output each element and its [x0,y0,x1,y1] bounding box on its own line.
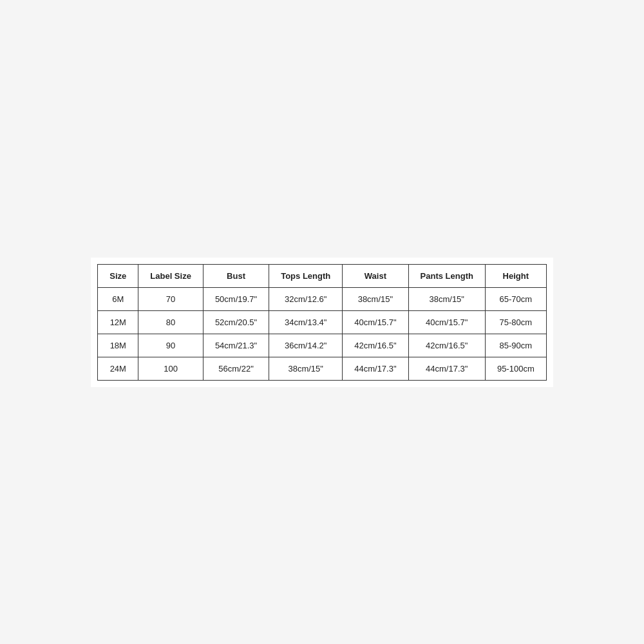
cell-size: 6M [98,287,138,310]
cell-bust: 50cm/19.7" [203,287,269,310]
size-chart-table: Size Label Size Bust Tops Length Waist P… [97,264,546,381]
cell-waist: 38cm/15" [343,287,408,310]
col-header-bust: Bust [203,264,269,287]
table-header-row: Size Label Size Bust Tops Length Waist P… [98,264,546,287]
col-header-pants-length: Pants Length [408,264,485,287]
cell-label_size: 70 [138,287,204,310]
cell-label_size: 90 [138,334,204,357]
cell-pants_length: 38cm/15" [408,287,485,310]
cell-height: 95-100cm [485,357,546,380]
cell-size: 12M [98,310,138,334]
cell-pants_length: 44cm/17.3" [408,357,485,380]
table-row: 12M8052cm/20.5"34cm/13.4"40cm/15.7"40cm/… [98,310,546,334]
cell-pants_length: 40cm/15.7" [408,310,485,334]
cell-height: 85-90cm [485,334,546,357]
table-row: 18M9054cm/21.3"36cm/14.2"42cm/16.5"42cm/… [98,334,546,357]
cell-bust: 56cm/22" [203,357,269,380]
cell-waist: 40cm/15.7" [343,310,408,334]
cell-bust: 54cm/21.3" [203,334,269,357]
size-chart-container: Size Label Size Bust Tops Length Waist P… [91,258,553,387]
cell-waist: 42cm/16.5" [343,334,408,357]
col-header-height: Height [485,264,546,287]
col-header-waist: Waist [343,264,408,287]
cell-tops_length: 38cm/15" [269,357,343,380]
cell-tops_length: 34cm/13.4" [269,310,343,334]
cell-height: 65-70cm [485,287,546,310]
table-row: 24M10056cm/22"38cm/15"44cm/17.3"44cm/17.… [98,357,546,380]
cell-waist: 44cm/17.3" [343,357,408,380]
table-row: 6M7050cm/19.7"32cm/12.6"38cm/15"38cm/15"… [98,287,546,310]
cell-bust: 52cm/20.5" [203,310,269,334]
cell-pants_length: 42cm/16.5" [408,334,485,357]
cell-label_size: 80 [138,310,204,334]
cell-label_size: 100 [138,357,204,380]
col-header-tops-length: Tops Length [269,264,343,287]
cell-size: 24M [98,357,138,380]
cell-tops_length: 32cm/12.6" [269,287,343,310]
col-header-size: Size [98,264,138,287]
cell-size: 18M [98,334,138,357]
col-header-label-size: Label Size [138,264,204,287]
cell-tops_length: 36cm/14.2" [269,334,343,357]
cell-height: 75-80cm [485,310,546,334]
